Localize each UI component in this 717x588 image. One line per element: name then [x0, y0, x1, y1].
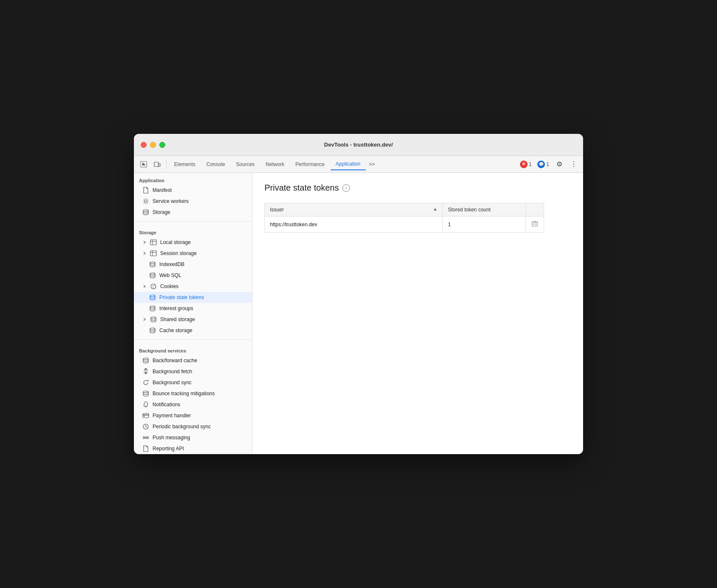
svg-point-3	[145, 200, 147, 202]
session-storage-label: Session storage	[160, 250, 197, 256]
payment-handler-icon	[142, 412, 149, 419]
sidebar-item-background-fetch[interactable]: Background fetch	[134, 366, 252, 377]
error-icon: ✕	[520, 161, 528, 168]
expand-arrow-local-storage[interactable]	[142, 240, 147, 244]
actions-column-header	[526, 203, 544, 216]
sidebar-item-backforward-cache[interactable]: Back/forward cache	[134, 355, 252, 366]
sidebar-item-cache-storage[interactable]: Cache storage	[134, 325, 252, 336]
sidebar-item-periodic-sync[interactable]: Periodic background sync	[134, 421, 252, 432]
tab-application[interactable]: Application	[331, 158, 366, 170]
cache-storage-icon	[149, 327, 156, 334]
background-section-header: Background services	[134, 343, 252, 355]
sidebar-item-background-sync[interactable]: Background sync	[134, 377, 252, 388]
settings-button[interactable]: ⚙	[553, 158, 565, 170]
sort-icon: ▲	[433, 207, 437, 211]
sidebar-item-private-state-tokens[interactable]: Private state tokens	[134, 292, 252, 303]
svg-rect-1	[154, 162, 158, 166]
push-messaging-label: Push messaging	[153, 435, 190, 441]
warning-count: 1	[546, 161, 549, 167]
sidebar-divider-1	[134, 221, 252, 222]
cache-storage-label: Cache storage	[159, 327, 192, 333]
local-storage-label: Local storage	[160, 239, 191, 245]
close-button[interactable]	[141, 142, 147, 148]
push-messaging-icon	[142, 434, 149, 441]
application-section-header: Application	[134, 173, 252, 185]
table-header: Issuer ▲ Stored token count	[265, 203, 544, 216]
svg-point-18	[150, 306, 155, 308]
notifications-icon	[142, 401, 149, 408]
sidebar-item-web-sql[interactable]: Web SQL	[134, 270, 252, 281]
device-toggle-button[interactable]	[151, 158, 164, 170]
sidebar-item-indexeddb[interactable]: IndexedDB	[134, 259, 252, 270]
tab-console[interactable]: Console	[201, 159, 230, 170]
maximize-button[interactable]	[159, 142, 165, 148]
sidebar-item-push-messaging[interactable]: Push messaging	[134, 432, 252, 443]
svg-point-17	[150, 295, 155, 297]
background-sync-icon	[142, 379, 149, 386]
error-badge-button[interactable]: ✕ 1	[518, 160, 534, 169]
svg-point-14	[152, 286, 153, 286]
error-count: 1	[529, 161, 532, 167]
sidebar-item-local-storage[interactable]: Local storage	[134, 237, 252, 248]
manifest-label: Manifest	[153, 187, 172, 193]
sidebar-item-storage[interactable]: Storage	[134, 207, 252, 218]
sidebar-item-bounce-tracking[interactable]: Bounce tracking mitigations	[134, 388, 252, 399]
notifications-label: Notifications	[153, 402, 180, 408]
expand-arrow-shared-storage[interactable]	[142, 317, 147, 322]
tab-elements[interactable]: Elements	[169, 159, 200, 170]
window-title: DevTools - trusttoken.dev/	[141, 141, 576, 148]
sidebar-item-session-storage[interactable]: Session storage	[134, 248, 252, 259]
reporting-api-icon	[142, 445, 149, 452]
session-storage-icon	[150, 250, 157, 257]
sidebar-item-manifest[interactable]: Manifest	[134, 185, 252, 196]
toolbar-separator	[166, 160, 167, 169]
storage-section-header: Storage	[134, 225, 252, 237]
indexeddb-label: IndexedDB	[159, 261, 184, 267]
more-options-button[interactable]: ⋮	[568, 158, 580, 170]
sidebar-item-cookies[interactable]: Cookies	[134, 281, 252, 292]
sidebar-item-notifications[interactable]: Notifications	[134, 399, 252, 410]
svg-point-11	[150, 262, 155, 263]
warning-badge-button[interactable]: 💬 1	[536, 160, 551, 169]
sidebar-item-payment-handler[interactable]: Payment handler	[134, 410, 252, 421]
cookies-label: Cookies	[160, 283, 178, 289]
svg-point-20	[150, 328, 155, 330]
periodic-sync-label: Periodic background sync	[153, 424, 211, 430]
toolbar: Elements Console Sources Network Perform…	[134, 156, 583, 173]
expand-arrow-session-storage[interactable]	[142, 251, 147, 255]
issuer-cell: https://trusttoken.dev	[265, 216, 443, 233]
shared-storage-label: Shared storage	[160, 316, 195, 322]
cookies-icon	[150, 283, 157, 290]
interest-groups-icon	[149, 305, 156, 312]
tab-sources[interactable]: Sources	[231, 159, 260, 170]
tab-performance[interactable]: Performance	[290, 159, 330, 170]
local-storage-icon	[150, 239, 157, 246]
svg-rect-2	[158, 164, 160, 166]
background-sync-label: Background sync	[153, 380, 192, 386]
main-content: Private state tokens i Issuer ▲ Stored t…	[253, 173, 583, 454]
sidebar-item-service-workers[interactable]: Service workers	[134, 196, 252, 207]
inspector-cursor-button[interactable]	[137, 158, 150, 170]
sidebar-item-reporting-api[interactable]: Reporting API	[134, 443, 252, 454]
tab-network[interactable]: Network	[261, 159, 289, 170]
bounce-tracking-label: Bounce tracking mitigations	[153, 391, 215, 397]
issuer-column-header[interactable]: Issuer ▲	[265, 203, 443, 216]
svg-point-27	[145, 437, 147, 438]
delete-row-button[interactable]	[531, 220, 539, 229]
svg-point-19	[151, 317, 156, 319]
svg-point-4	[143, 210, 148, 211]
table-body: https://trusttoken.dev 1	[265, 216, 544, 233]
background-fetch-icon	[142, 368, 149, 375]
sidebar-item-shared-storage[interactable]: Shared storage	[134, 314, 252, 325]
backforward-cache-icon	[142, 357, 149, 364]
svg-rect-23	[143, 413, 149, 418]
bounce-tracking-icon	[142, 390, 149, 397]
interest-groups-label: Interest groups	[159, 305, 193, 311]
svg-point-21	[143, 358, 148, 360]
more-tabs-button[interactable]: >>	[367, 160, 378, 169]
minimize-button[interactable]	[150, 142, 156, 148]
sidebar-item-interest-groups[interactable]: Interest groups	[134, 303, 252, 314]
info-icon[interactable]: i	[342, 184, 350, 192]
sidebar-divider-2	[134, 339, 252, 340]
expand-arrow-cookies[interactable]	[142, 284, 147, 288]
